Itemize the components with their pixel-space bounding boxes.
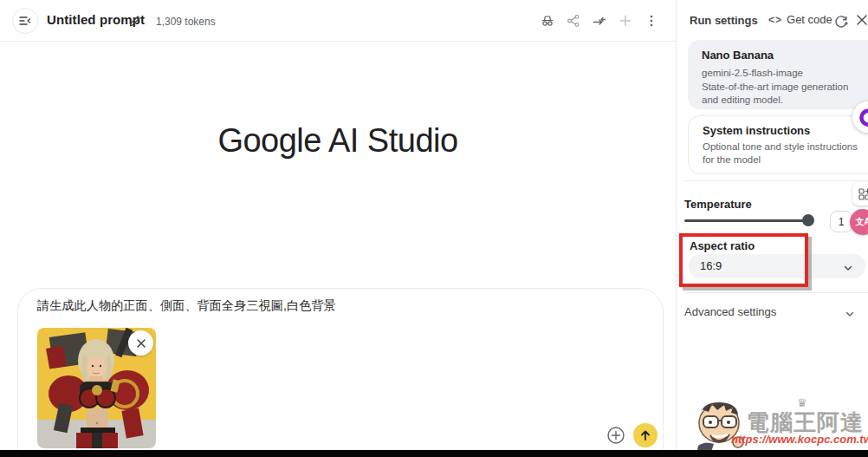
get-code-label: Get code — [787, 13, 832, 26]
plus-icon[interactable] — [617, 12, 634, 29]
slider-thumb[interactable] — [802, 214, 814, 226]
translate-extension-icon: 文A — [855, 216, 868, 228]
system-instructions-description: Optional tone and style instructions for… — [703, 140, 868, 166]
divider — [684, 292, 868, 293]
divider — [684, 180, 868, 181]
run-settings-title: Run settings — [690, 14, 758, 27]
chevron-down-icon — [843, 261, 853, 277]
run-arrow-icon — [639, 429, 651, 441]
collapse-panel-icon — [18, 14, 32, 28]
aspect-ratio-value: 16:9 — [700, 259, 722, 272]
more-vert-icon[interactable] — [643, 12, 660, 29]
add-content-button[interactable] — [606, 425, 626, 446]
token-count: 1,309 tokens — [156, 16, 216, 28]
grid-extension-icon — [858, 187, 868, 201]
chevron-down-icon — [845, 307, 855, 323]
add-circle-icon — [606, 426, 625, 445]
grid-extension-button[interactable] — [852, 182, 868, 206]
model-id: gemini-2.5-flash-image — [702, 68, 803, 78]
prompt-text[interactable]: 請生成此人物的正面、側面、背面全身三視圖,白色背景 — [37, 298, 336, 314]
purple-extension-icon — [858, 108, 868, 127]
run-settings-panel: Run settings <> Get code Nano Banana gem… — [676, 0, 868, 450]
remove-attachment-icon — [136, 338, 146, 349]
slider-track — [684, 219, 807, 222]
share-icon[interactable] — [565, 12, 582, 29]
temperature-label: Temperature — [684, 198, 752, 211]
temperature-slider[interactable] — [684, 213, 807, 227]
collapse-sidebar-button[interactable] — [12, 8, 38, 34]
prompt-card: 請生成此人物的正面、側面、背面全身三視圖,白色背景 — [17, 288, 664, 457]
system-instructions-title: System instructions — [703, 124, 810, 137]
close-icon — [854, 12, 868, 28]
aspect-ratio-label: Aspect ratio — [690, 239, 755, 252]
google-ai-studio-logo: Google AI Studio — [0, 122, 676, 160]
incognito-icon[interactable] — [539, 12, 556, 29]
reset-icon — [832, 12, 850, 29]
advanced-settings-toggle[interactable]: Advanced settings — [677, 297, 868, 323]
edit-pencil-icon[interactable] — [128, 14, 142, 31]
remove-attachment-button[interactable] — [128, 330, 153, 356]
google-ai-studio-app: Untitled prompt 1,309 tokens — [0, 0, 868, 457]
bottom-black-bar — [0, 450, 868, 457]
aspect-ratio-select[interactable]: 16:9 — [689, 254, 865, 278]
model-name: Nano Banana — [702, 49, 774, 62]
reset-settings-button[interactable] — [832, 12, 850, 29]
compare-icon[interactable] — [591, 12, 608, 29]
advanced-settings-label: Advanced settings — [684, 305, 776, 318]
get-code-button[interactable]: <> Get code — [768, 13, 832, 26]
close-panel-button[interactable] — [854, 12, 868, 28]
model-selector-card[interactable]: Nano Banana gemini-2.5-flash-image State… — [688, 40, 868, 109]
code-icon: <> — [768, 14, 782, 26]
system-instructions-card[interactable]: System instructions Optional tone and st… — [688, 115, 868, 174]
model-description: State-of-the-art image generation and ed… — [702, 81, 859, 107]
top-bar: Untitled prompt 1,309 tokens — [0, 0, 676, 42]
run-button[interactable] — [633, 423, 657, 447]
top-bar-actions — [539, 12, 660, 29]
